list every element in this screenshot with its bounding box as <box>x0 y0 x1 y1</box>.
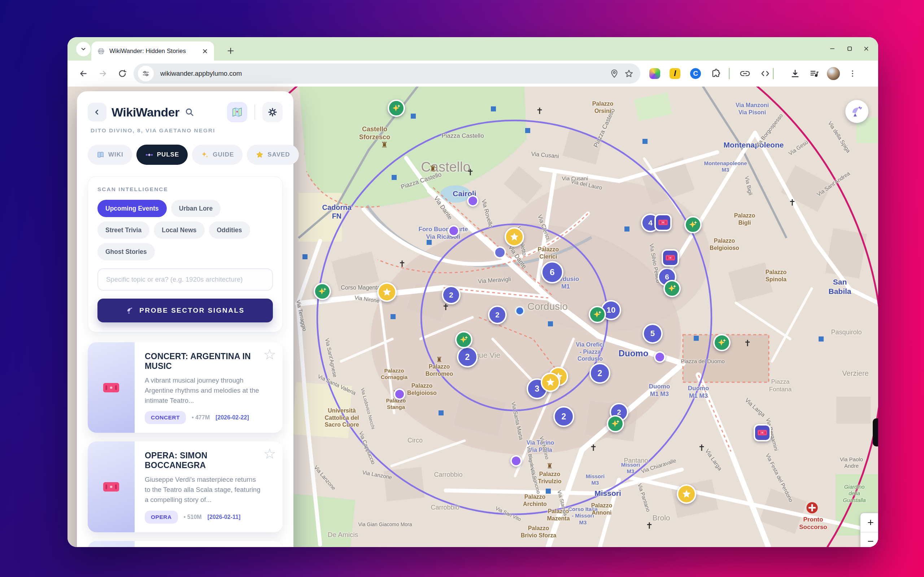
side-panel-handle[interactable] <box>873 418 878 446</box>
topic-input[interactable] <box>97 268 273 291</box>
radar-scan-button[interactable] <box>845 100 868 123</box>
url-text[interactable]: wikiwander.appbylumo.com <box>160 69 610 77</box>
extension-yellow-icon[interactable]: l <box>668 67 682 81</box>
site-info-button[interactable] <box>138 66 154 82</box>
devtools-button[interactable] <box>758 67 772 81</box>
count-marker[interactable]: 2 <box>442 285 460 305</box>
card-thumbnail <box>88 342 135 433</box>
sparkle-marker[interactable] <box>607 415 624 432</box>
chevron-down-icon <box>80 46 87 52</box>
sparkle-marker[interactable] <box>388 100 405 117</box>
window-minimize-button[interactable] <box>824 42 841 56</box>
dotp-marker[interactable] <box>510 455 522 467</box>
filter-chip[interactable]: Urban Lore <box>171 200 221 217</box>
filter-chip[interactable]: Oddities <box>209 221 250 239</box>
settings-button[interactable] <box>262 102 283 122</box>
sparkle-marker[interactable] <box>313 283 331 300</box>
ticket-marker[interactable] <box>662 249 679 266</box>
count-marker[interactable]: 2 <box>488 305 507 324</box>
extensions-puzzle-button[interactable] <box>709 67 723 81</box>
sparkle-marker[interactable] <box>589 306 606 323</box>
save-star-button[interactable]: ☆ <box>263 446 276 461</box>
card-category-badge: CONCERT <box>145 411 186 424</box>
location-pin-icon[interactable] <box>610 69 619 78</box>
dotp-marker[interactable] <box>467 195 478 206</box>
downloads-button[interactable] <box>788 67 802 81</box>
star-marker[interactable] <box>377 282 397 302</box>
count-marker[interactable]: 2 <box>590 363 611 384</box>
window-close-button[interactable] <box>858 42 874 56</box>
dotp-marker[interactable] <box>654 351 666 363</box>
dotp-marker[interactable] <box>448 225 459 237</box>
save-star-button[interactable]: ☆ <box>263 347 276 362</box>
star-marker[interactable] <box>677 484 696 504</box>
redcross-marker[interactable] <box>806 501 818 514</box>
result-card[interactable]: OPERA: DIE ENTFÜHRUNG AUS DE... Mozart's… <box>88 541 283 548</box>
probe-dish-icon <box>126 306 134 315</box>
count-marker[interactable]: 5 <box>643 324 663 344</box>
plus-icon <box>227 47 234 55</box>
filter-chip[interactable]: Upcoming Events <box>97 200 167 217</box>
card-views: • 477M <box>192 414 210 421</box>
profile-avatar[interactable] <box>827 67 840 81</box>
address-bar[interactable]: wikiwander.appbylumo.com <box>134 63 640 84</box>
browser-window: WikiWander: Hidden Stories <box>68 37 878 547</box>
copy-link-button[interactable] <box>738 67 752 81</box>
star-marker[interactable] <box>541 372 560 392</box>
browser-menu-button[interactable] <box>846 67 859 81</box>
card-views: • 510M <box>184 514 202 521</box>
filter-chip[interactable]: Local News <box>154 221 204 239</box>
tab-guide[interactable]: GUIDE <box>192 145 242 165</box>
dotb-marker[interactable] <box>515 306 525 316</box>
tab-wiki[interactable]: WIKI <box>88 145 132 165</box>
media-controls-button[interactable] <box>808 67 821 81</box>
sparkle-marker[interactable] <box>663 280 681 297</box>
ticket-marker[interactable] <box>754 424 771 442</box>
metro-marker <box>391 314 396 319</box>
doti-marker[interactable] <box>494 246 506 259</box>
count-marker[interactable]: 2 <box>553 406 574 427</box>
result-card[interactable]: OPERA: SIMON BOCCANEGRA Giuseppe Verdi's… <box>88 442 283 532</box>
tab-search-chevron-button[interactable] <box>76 42 90 56</box>
tab-saved[interactable]: SAVED <box>247 145 299 165</box>
active-browser-tab[interactable]: WikiWander: Hidden Stories <box>91 42 214 61</box>
back-button[interactable] <box>75 65 92 82</box>
extension-lumo-icon[interactable] <box>648 67 662 81</box>
card-meta-row: CONCERT • 477M [2026-02-22] <box>145 411 262 424</box>
ticket-marker[interactable] <box>654 214 672 231</box>
filter-chip[interactable]: Street Trivia <box>97 221 149 239</box>
back-panel-button[interactable] <box>88 103 107 121</box>
count-marker[interactable]: 6 <box>541 261 564 284</box>
forward-button[interactable] <box>94 65 111 82</box>
zoom-out-button[interactable]: − <box>861 532 878 548</box>
scan-heading: SCAN INTELLIGENCE <box>97 186 273 193</box>
card-body: CONCERT: ARGENTINA IN MUSIC A vibrant mu… <box>135 342 283 433</box>
reload-button[interactable] <box>114 65 131 82</box>
bookmark-star-icon[interactable] <box>624 69 634 79</box>
star-marker[interactable] <box>505 227 524 247</box>
puzzle-icon <box>711 69 721 79</box>
probe-sector-signals-button[interactable]: PROBE SECTOR SIGNALS <box>97 298 273 322</box>
filter-chip[interactable]: Ghost Stories <box>97 243 155 260</box>
extension-blue-icon[interactable]: C <box>689 67 703 81</box>
result-card[interactable]: CONCERT: ARGENTINA IN MUSIC A vibrant mu… <box>88 342 283 433</box>
tab-pulse[interactable]: PULSE <box>136 145 188 165</box>
window-maximize-button[interactable] <box>842 42 858 56</box>
new-tab-button[interactable] <box>223 44 238 58</box>
zoom-in-button[interactable]: + <box>861 513 878 532</box>
count-marker[interactable]: 2 <box>457 347 478 367</box>
sparkle-marker[interactable] <box>455 331 472 348</box>
card-title: CONCERT: ARGENTINA IN MUSIC <box>145 351 262 371</box>
search-icon[interactable] <box>184 107 195 117</box>
save-star-button[interactable]: ☆ <box>263 546 276 548</box>
probe-button-label: PROBE SECTOR SIGNALS <box>139 306 244 314</box>
card-category-badge: OPERA <box>145 511 178 524</box>
dotp-marker[interactable] <box>394 388 405 400</box>
playlist-music-icon <box>809 69 819 79</box>
metro-marker <box>694 336 699 341</box>
chevron-left-icon <box>93 108 101 116</box>
tab-close-icon[interactable] <box>202 48 208 55</box>
sparkle-marker[interactable] <box>684 216 702 233</box>
map-view-button[interactable] <box>227 102 247 122</box>
sparkle-marker[interactable] <box>713 334 730 351</box>
